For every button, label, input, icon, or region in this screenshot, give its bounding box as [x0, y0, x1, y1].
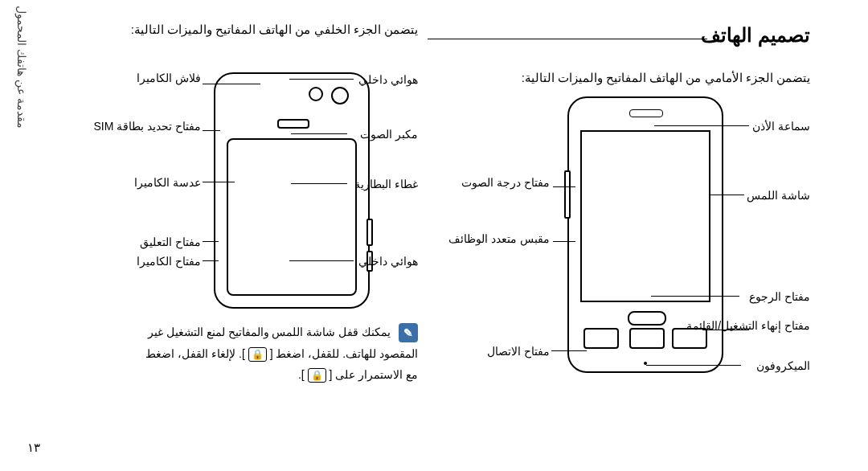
note-text-2a: مع الاستمرار على [: [329, 368, 418, 381]
note-text-1a: يمكنك قفل شاشة اللمس والمفاتيح لمنع التش…: [148, 326, 391, 338]
page-number: ١٣: [27, 440, 40, 455]
dial-key-shape: [583, 328, 619, 349]
leader-loudspeaker: [291, 133, 347, 134]
leader-cam-lens: [203, 182, 235, 182]
label-camera-flash: فلاش الكاميرا: [137, 71, 201, 86]
label-sim-detect: مفتاح تحديد بطاقة SIM: [93, 119, 201, 134]
back-caption: يتضمن الجزء الخلفي من الهاتف المفاتيح وا…: [131, 23, 418, 37]
manual-page: مقدمة عن هاتفك المحمول تصميم الهاتف يتضم…: [0, 0, 868, 471]
label-volume-key: مفتاح درجة الصوت: [461, 175, 550, 190]
label-earpiece: سماعة الأذن: [752, 119, 810, 134]
label-antenna-bottom: هوائي داخلي: [358, 254, 418, 269]
label-volume-key-text: مفتاح درجة الصوت: [461, 175, 550, 190]
label-sim-detect-text: مفتاح تحديد بطاقة SIM: [93, 119, 201, 134]
note-text-2b: ].: [298, 368, 305, 381]
leader-mic: [646, 365, 741, 366]
label-microphone: الميكروفون: [756, 358, 810, 374]
label-hold-key: مفتاح التعليق: [140, 235, 201, 250]
front-caption: يتضمن الجزء الأمامي من الهاتف المفاتيح و…: [522, 71, 810, 85]
label-battery-cover: غطاء البطارية: [354, 177, 418, 192]
leader-volume: [553, 186, 575, 187]
label-dial-key: مفتاح الاتصال: [487, 344, 550, 359]
leader-multi-jog: [553, 241, 575, 242]
note-block: ✎ يمكنك قفل شاشة اللمس والمفاتيح لمنع ال…: [72, 322, 418, 386]
lock-icon-2: 🔒: [308, 368, 326, 383]
label-camera-key: مفتاح الكاميرا: [137, 254, 201, 269]
speaker-shape: [277, 119, 309, 129]
leader-touchscreen: [710, 195, 744, 195]
camera-lens-shape: [331, 87, 349, 104]
leader-back-key: [651, 296, 739, 297]
volume-key-shape: [564, 170, 571, 219]
leader-sim: [203, 130, 220, 131]
leader-end-power: [702, 330, 749, 330]
section-tab: مقدمة عن هاتفك المحمول: [15, 0, 28, 129]
label-loudspeaker: مكبر الصوت: [360, 127, 418, 142]
label-end-power: مفتاح إنهاء التشغيل/القائمة: [686, 318, 810, 334]
battery-cover-shape: [227, 138, 357, 296]
screen-shape: [580, 130, 710, 302]
phone-back-illustration: [214, 72, 370, 309]
flash-shape: [309, 87, 323, 101]
note-icon: ✎: [399, 323, 418, 342]
leader-flash: [203, 84, 260, 84]
leader-dial: [551, 350, 587, 351]
title-rule: [428, 39, 707, 39]
leader-cam-key: [203, 260, 219, 261]
label-end-power-text: مفتاح إنهاء التشغيل/القائمة: [686, 318, 810, 334]
label-multi-jog: مقبس متعدد الوظائف: [448, 231, 550, 247]
leader-antenna-top: [289, 79, 354, 80]
leader-earpiece: [654, 125, 749, 126]
earpiece-shape: [629, 109, 663, 117]
label-touchscreen: شاشة اللمس: [747, 188, 810, 203]
leader-antenna-bottom: [289, 260, 354, 261]
leader-battcov: [291, 183, 347, 184]
label-multi-jog-text: مقبس متعدد الوظائف: [448, 231, 550, 247]
label-antenna-top: هوائي داخلي: [358, 72, 418, 88]
note-text-1c: ]. لإلغاء القفل، اضغط: [145, 347, 244, 360]
note-text-1b: المقصود للهاتف. للقفل، اضغط [: [270, 347, 418, 360]
leader-hold-key: [203, 241, 219, 242]
label-back-key: مفتاح الرجوع: [749, 289, 810, 305]
multi-jog-shape: [628, 311, 666, 326]
lock-icon: 🔒: [248, 347, 267, 362]
page-title: تصميم الهاتف: [701, 24, 810, 47]
hold-key-shape: [366, 219, 373, 246]
back-key-shape: [629, 328, 665, 349]
label-camera-lens: عدسة الكاميرا: [134, 175, 201, 190]
